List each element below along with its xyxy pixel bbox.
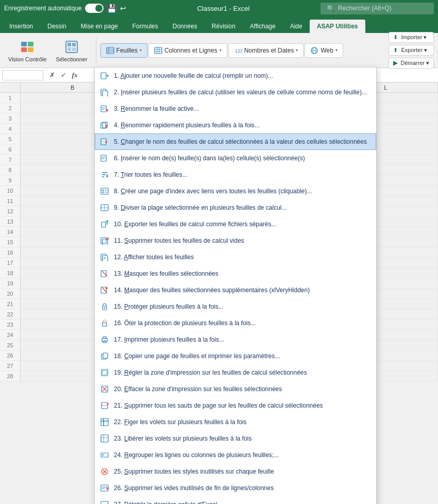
menu-item-icon-5 (99, 137, 110, 147)
search-box[interactable]: 🔍 (321, 3, 434, 14)
menu-item-text-10: 10. Exporter les feuilles de calcul comm… (114, 221, 276, 228)
svg-rect-49 (102, 222, 106, 227)
tab-mise-en-page[interactable]: Mise en page (74, 20, 125, 33)
menu-item-text-4: 4. Renommer rapidement plusieurs feuille… (114, 122, 260, 129)
title-bar-left: Enregistrement automatique 💾 ↩ (4, 4, 126, 13)
save-icon[interactable]: 💾 (107, 4, 117, 13)
menu-item-icon-15 (99, 301, 110, 312)
search-input[interactable] (338, 5, 420, 12)
search-icon: 🔍 (327, 5, 335, 12)
svg-rect-7 (68, 47, 71, 51)
menu-item-text-20: 20. Effacer la zone d'impression sur les… (114, 385, 282, 393)
menu-item[interactable]: 1. Ajouter une nouvelle feuille de calcu… (95, 68, 376, 84)
menu-item[interactable]: 8. Créer une page d'index avec liens ver… (95, 183, 376, 199)
selectionner-button[interactable]: Sélectionner (52, 37, 91, 64)
menu-item[interactable]: 14. Masquer des feuilles sélectionnées s… (95, 282, 376, 298)
menu-item-icon-7 (99, 170, 110, 180)
menu-item-icon-22 (99, 417, 110, 427)
menu-item[interactable]: 26. Supprimer les vides inutilisés de fi… (95, 480, 376, 496)
menu-item[interactable]: 11. Supprimer toutes les feuilles de cal… (95, 232, 376, 249)
tab-asap-utilities[interactable]: ASAP Utilities (310, 20, 365, 33)
cancel-formula-icon[interactable]: ✗ (47, 71, 57, 80)
title-bar-right: 🔍 (321, 3, 434, 14)
menu-item[interactable]: 13. Masquer les feuilles sélectionnées (95, 265, 376, 282)
svg-rect-71 (103, 371, 107, 375)
menu-item-icon-10 (99, 219, 110, 229)
nombres-dates-dropdown[interactable]: 123 Nombres et Dates ▾ (228, 43, 304, 58)
exporter-button[interactable]: ⬆ Exporter ▾ (389, 45, 434, 56)
menu-item[interactable]: 24. Regrouper les lignes ou colonnes de … (95, 447, 376, 463)
svg-rect-51 (101, 238, 106, 244)
autosave-toggle[interactable] (85, 4, 104, 13)
tab-aide[interactable]: Aide (283, 20, 310, 33)
ribbon-right: ⬇ Importer ▾ ⬆ Exporter ▾ ▶ Démarrer ▾ (389, 32, 434, 69)
menu-item[interactable]: 9. Diviser la plage sélectionnée en plus… (95, 199, 376, 216)
row-number: 3 (0, 113, 21, 123)
menu-item-icon-18 (99, 351, 110, 361)
menu-item-text-21: 21. Supprimer tous les sauts de page sur… (114, 402, 323, 409)
undo-icon[interactable]: ↩ (120, 4, 126, 12)
svg-rect-2 (21, 47, 27, 52)
web-label: Web (321, 47, 333, 54)
row-number: 20 (0, 289, 21, 298)
importer-button[interactable]: ⬇ Importer ▾ (389, 32, 434, 43)
svg-rect-8 (72, 47, 76, 51)
menu-item[interactable]: 20. Effacer la zone d'impression sur les… (95, 381, 376, 397)
vision-controle-button[interactable]: Vision Contrôle (4, 37, 50, 64)
menu-item[interactable]: 6. Insérer le nom de(s) feuille(s) dans … (95, 150, 376, 166)
feuilles-dropdown[interactable]: Feuilles ▾ (100, 43, 147, 58)
nombres-dates-icon: 123 (234, 46, 242, 55)
menu-item[interactable]: 16. Ôter la protection de plusieurs feui… (95, 315, 376, 331)
menu-item[interactable]: 22. Figer les volets sur plusieurs feuil… (95, 414, 376, 430)
menu-item[interactable]: 7. Trier toutes les feuilles... (95, 166, 376, 183)
menu-item[interactable]: 12. Afficher toutes les feuilles (95, 249, 376, 265)
menu-item[interactable]: 23. Libérer les volets sur plusieurs feu… (95, 430, 376, 447)
svg-rect-28 (101, 106, 106, 112)
fx-icon[interactable]: fx (70, 71, 79, 80)
svg-rect-3 (28, 47, 33, 52)
menu-item[interactable]: 25. Supprimer toutes les styles inutilis… (95, 463, 376, 480)
ribbon-content: Vision Contrôle Sélectionner (0, 33, 438, 68)
tab-revision[interactable]: Révision (205, 20, 243, 33)
tab-insertion[interactable]: Insertion (2, 20, 40, 33)
tab-formules[interactable]: Formules (125, 20, 165, 33)
menu-item[interactable]: 21. Supprimer tous les sauts de page sur… (95, 397, 376, 414)
menu-item[interactable]: 4. Renommer rapidement plusieurs feuille… (95, 117, 376, 133)
svg-rect-6 (72, 43, 76, 46)
importer-label: Importer ▾ (401, 34, 427, 41)
menu-item[interactable]: 18. Copier une page de feuilles et impri… (95, 348, 376, 364)
tab-donnees[interactable]: Données (165, 20, 205, 33)
svg-rect-34 (101, 155, 106, 161)
feuilles-label: Feuilles (116, 47, 138, 54)
row-number: 28 (0, 371, 21, 381)
menu-item[interactable]: 17. Imprimer plusieurs feuilles à la foi… (95, 331, 376, 348)
menu-item-icon-2 (99, 87, 110, 97)
tab-affichage[interactable]: Affichage (243, 20, 283, 33)
row-number: 15 (0, 237, 21, 247)
confirm-formula-icon[interactable]: ✓ (59, 71, 68, 80)
menu-item[interactable]: 19. Régler la zone d'impression sur les … (95, 364, 376, 381)
svg-rect-82 (101, 435, 108, 442)
tab-dessin[interactable]: Dessin (40, 20, 74, 33)
menu-item[interactable]: 10. Exporter les feuilles de calcul comm… (95, 216, 376, 232)
window-title: Classeur1 - Excel (197, 5, 249, 12)
menu-item[interactable]: 15. Protéger plusieurs feuilles à la foi… (95, 298, 376, 315)
row-number: 12 (0, 206, 21, 216)
menu-item[interactable]: 27. Rétablir la dernière cellule d'Excel (95, 496, 376, 504)
colonnes-lignes-dropdown[interactable]: Colonnes et Lignes ▾ (148, 43, 227, 58)
menu-item[interactable]: 2. Insérer plusieurs feuilles de calcul … (95, 84, 376, 100)
web-dropdown[interactable]: Web ▾ (305, 43, 343, 58)
row-number: 14 (0, 227, 21, 237)
demarrer-button[interactable]: ▶ Démarrer ▾ (389, 58, 434, 69)
menu-item-text-26: 26. Supprimer les vides inutilisés de fi… (114, 484, 274, 492)
menu-item-icon-17 (99, 334, 110, 345)
row-number: 25 (0, 340, 21, 350)
colonnes-lignes-caret: ▾ (220, 48, 222, 53)
svg-rect-57 (101, 271, 106, 277)
row-num-header (0, 82, 21, 92)
vision-icon (19, 39, 36, 55)
menu-item[interactable]: 5. Changer le nom des feuilles de calcul… (95, 133, 376, 150)
web-icon (310, 46, 318, 55)
menu-item[interactable]: 3. Renommer la feuille active... (95, 100, 376, 117)
name-box[interactable] (2, 70, 43, 80)
